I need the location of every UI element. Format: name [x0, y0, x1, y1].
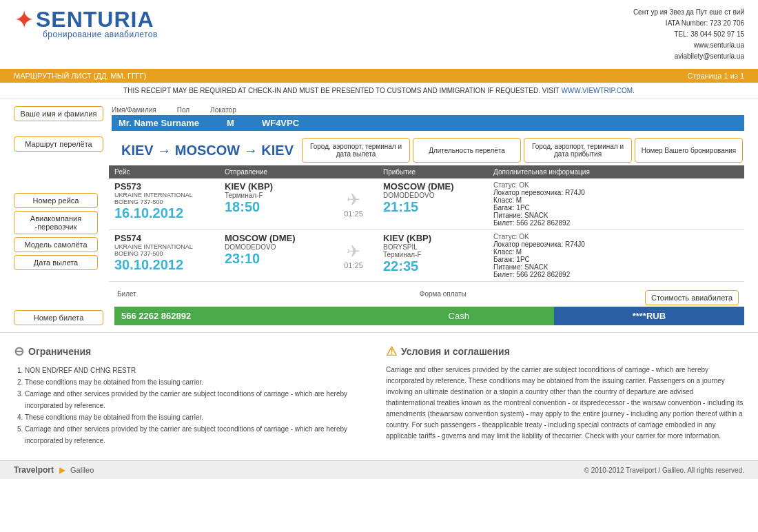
route-cities: KIEV → MOSCOW → KIEV: [114, 139, 300, 163]
flight2-arr-city: KIEV (KBP): [383, 233, 482, 243]
logo: ✦ SENTURIA: [14, 7, 154, 32]
company-info: Сент ур ия Звез да Пут еше ст вий IATA N…: [633, 7, 744, 62]
logo-tagline: бронирование авиабилетов: [43, 30, 158, 39]
minus-circle-icon: ⊖: [14, 344, 24, 359]
flight2-arrival: KIEV (KBP) BORYSPIL Терминал-F 22:35: [378, 230, 488, 282]
passenger-values: Mr. Name Surname M WF4VPC: [112, 115, 744, 131]
passenger-fields: Имя/Фамилия Пол Локатор: [112, 106, 744, 114]
flight2-baggage: Багаж: 1PC: [493, 256, 739, 263]
flight1-airline: UKRAINE INTERNATIONAL: [114, 192, 214, 198]
flight1-extra: Статус: OK Локатор перевозчика: R74J0 Кл…: [488, 178, 744, 230]
arrow-icon: ▶: [59, 466, 65, 475]
restriction-item: Carriage and other services provided by …: [25, 423, 372, 447]
col-header-dur: [329, 165, 378, 178]
flight1-num: PS573: [114, 181, 214, 192]
flight2-model: BOEING 737-500: [114, 250, 214, 257]
ticket-amount: ****RUB: [554, 307, 744, 325]
ticket-header-payment: Форма оплаты: [417, 290, 645, 305]
viewtrip-link[interactable]: WWW.VIEWTRIP.COM: [561, 87, 633, 94]
ticket-section: Номер билета Билет Форма оплаты Стоимост…: [14, 290, 744, 325]
col-header-info: Дополнительная информация: [488, 165, 744, 178]
route-col-duration: Длительность перелёта: [413, 138, 521, 163]
warning-icon: ⚠: [386, 344, 397, 359]
annotation-airline: Авиакомпания -перевозчик: [14, 211, 98, 234]
company-line2: IATA Number: 723 20 706: [633, 18, 744, 29]
ticket-data: Билет Форма оплаты Стоимость авиабилета …: [114, 290, 744, 325]
footer-copyright: © 2010-2012 Travelport / Galileo. All ri…: [584, 467, 745, 474]
flight2-meal: Питание: SNACK: [493, 263, 739, 271]
flight1-dep-city: KIEV (KBP): [225, 181, 324, 192]
flight1-dur: 01:25: [335, 209, 372, 218]
route-col-booking: Номер Вашего бронирования: [635, 138, 743, 163]
flight1-arrival: MOSCOW (DME) DOMODEDOVO 21:15: [378, 178, 488, 230]
table-row: PS573 UKRAINE INTERNATIONAL BOEING 737-5…: [109, 178, 744, 230]
flight2-ticket-ref: Билет: 566 2262 862892: [493, 271, 739, 278]
flight-annotations: Номер рейса Авиакомпания -перевозчик Мод…: [14, 165, 103, 282]
passenger-data: Имя/Фамилия Пол Локатор Mr. Name Surname…: [112, 106, 744, 131]
restrictions-section: ⊖ Ограничения NON END/REF AND CHNG RESTR…: [14, 344, 372, 447]
flight2-arr-place: BORYSPIL: [383, 243, 482, 251]
flight-content: Рейс Отправление Прибытие Дополнительная…: [109, 165, 744, 282]
route-section: Маршрут перелёта KIEV → MOSCOW → KIEV Го…: [14, 136, 744, 164]
flight1-duration: ✈ 01:25: [329, 178, 378, 230]
conditions-title: ⚠ Условия и соглашения: [386, 344, 744, 359]
title-bar-right: Страница 1 из 1: [688, 72, 744, 80]
flight2-dep-city: MOSCOW (DME): [225, 233, 324, 243]
route-columns: Город, аэропорт, терминал и дата вылета …: [300, 136, 744, 164]
flight1-departure: KIEV (KBP) Терминал-F 18:50: [219, 178, 329, 230]
title-bar: МАРШРУТНЫЙ ЛИСТ (ДД. ММ. ГГГГ) Страница …: [0, 69, 758, 83]
flight1-info: PS573 UKRAINE INTERNATIONAL BOEING 737-5…: [109, 178, 219, 230]
plane-icon: ✈: [335, 190, 372, 209]
company-line1: Сент ур ия Звез да Пут еше ст вий: [633, 7, 744, 18]
notice-bar: THIS RECEIPT MAY BE REQUIRED AT CHECK-IN…: [0, 83, 758, 99]
ticket-number: 566 2262 862892: [114, 307, 364, 325]
passenger-title-name: Mr. Name Surname: [119, 118, 199, 128]
company-line5: aviabilety@senturia.ua: [633, 51, 744, 62]
flight1-arr-place: DOMODEDOVO: [383, 192, 482, 199]
conditions-section: ⚠ Условия и соглашения Carriage and othe…: [386, 344, 744, 447]
table-row: PS574 UKRAINE INTERNATIONAL BOEING 737-5…: [109, 230, 744, 282]
flight1-ticket-ref: Билет: 566 2262 862892: [493, 219, 739, 227]
col-header-flight: Рейс: [109, 165, 219, 178]
restriction-item: These conditions may be obtained from th…: [25, 411, 372, 423]
ticket-label: Номер билета: [14, 310, 103, 325]
annotation-model: Модель самолёта: [14, 237, 98, 252]
ticket-header-num: Билет: [114, 290, 417, 305]
restriction-item: NON END/REF AND CHNG RESTR: [25, 365, 372, 376]
title-bar-left: МАРШРУТНЫЙ ЛИСТ (ДД. ММ. ГГГГ): [14, 72, 146, 80]
flight1-class: Класс: M: [493, 196, 739, 204]
col-header-arr: Прибытие: [378, 165, 488, 178]
restrictions-title: ⊖ Ограничения: [14, 344, 372, 359]
flight1-meal: Питание: SNACK: [493, 212, 739, 219]
passenger-locator: WF4VPC: [262, 118, 299, 128]
route-label: Маршрут перелёта: [14, 136, 103, 152]
cost-annotation-box: Стоимость авиабилета: [645, 290, 739, 305]
logo-star-icon: ✦: [14, 8, 34, 32]
logo-text: SENTURIA: [36, 7, 154, 32]
flight2-dur: 01:25: [335, 261, 372, 269]
notice-suffix: .: [633, 87, 635, 94]
annotation-flight-num: Номер рейса: [14, 193, 98, 208]
flight1-baggage: Багаж: 1PC: [493, 204, 739, 212]
galileo-label: Galileo: [70, 466, 94, 474]
flight1-arr-city: MOSCOW (DME): [383, 181, 482, 192]
passenger-section: Ваше имя и фамилия Имя/Фамилия Пол Локат…: [14, 106, 744, 131]
passenger-gender: M: [227, 118, 234, 128]
restriction-item: Carriage and other services provided by …: [25, 388, 372, 411]
ticket-payment: Cash: [364, 307, 554, 325]
footer: Travelport ▶ Galileo © 2010-2012 Travelp…: [0, 460, 758, 479]
flight2-dep-time: 23:10: [225, 251, 324, 267]
restriction-item: These conditions may be obtained from th…: [25, 376, 372, 388]
flight1-date: 16.10.2012: [114, 205, 214, 221]
table-header-row: Рейс Отправление Прибытие Дополнительная…: [109, 165, 744, 178]
flight1-dep-terminal: Терминал-F: [225, 192, 324, 199]
flight2-dep-terminal: DOMODEDOVO: [225, 243, 324, 251]
footer-left: Travelport ▶ Galileo: [14, 465, 94, 475]
flight1-carrier: Локатор перевозчика: R74J0: [493, 189, 739, 196]
route-col-arrival: Город, аэропорт, терминал и дата прибыти…: [524, 138, 632, 163]
annotation-date: Дата вылета: [14, 255, 98, 270]
field-locator-label: Локатор: [210, 106, 236, 114]
flight2-departure: MOSCOW (DME) DOMODEDOVO 23:10: [219, 230, 329, 282]
flight2-num: PS574: [114, 233, 214, 243]
col-header-dep: Отправление: [219, 165, 329, 178]
